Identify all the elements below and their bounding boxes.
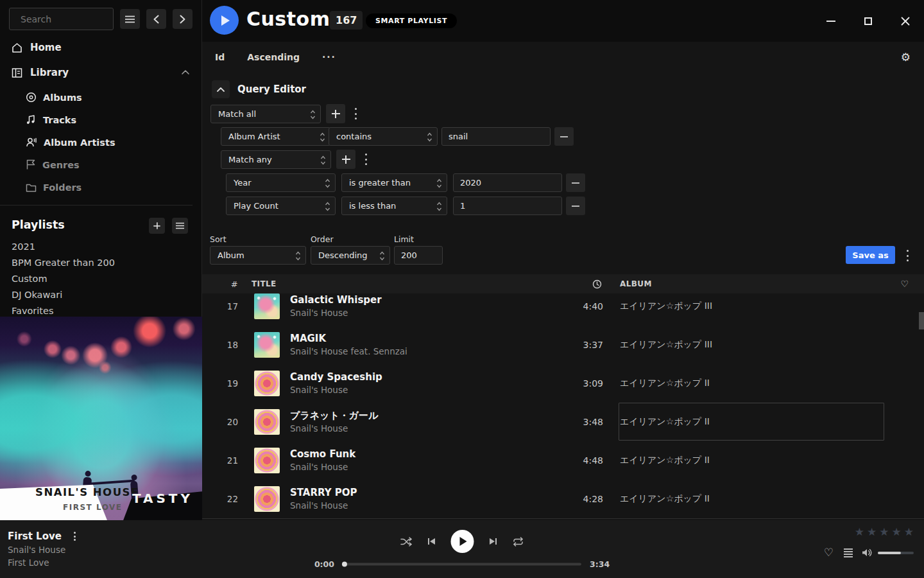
now-playing-album-art[interactable]: SNAIL'S HOUSE FIRST LOVE TASTY [0,317,202,520]
rule-2-value-input[interactable] [453,173,562,192]
rule-3-field-select[interactable]: Play Count [226,197,336,215]
star-icon[interactable]: ★ [867,527,877,538]
save-menu-button[interactable] [903,250,912,261]
seek-bar[interactable] [343,563,581,565]
updown-icon [320,132,325,142]
query-editor-collapse-button[interactable] [212,80,230,98]
now-playing-album: First Love [8,557,49,568]
sidebar-item-albums[interactable]: Albums [26,92,82,103]
select-value: Descending [318,250,368,260]
sidebar-item-album-artists[interactable]: Album Artists [26,137,116,148]
star-icon[interactable]: ★ [879,527,889,538]
match-group-1-select[interactable]: Match all [210,105,321,123]
save-as-button[interactable]: Save as [846,246,895,264]
playlist-view-button[interactable] [172,218,188,234]
select-value: Album [218,250,244,260]
track-artist: Snail's House feat. Sennzai [290,345,552,358]
track-row[interactable]: 19 Candy Spaceship Snail's House 3:09 エイ… [202,364,924,403]
updown-icon [436,179,442,188]
forward-button[interactable] [173,9,193,29]
album-art-graphic [254,332,280,358]
track-album[interactable]: エイリアン☆ポップ II [603,455,892,466]
library-collapse-button[interactable] [182,70,189,74]
match-group-2-select[interactable]: Match any [221,150,331,169]
now-playing-menu-button[interactable] [71,532,80,541]
playlist-title: Custom [246,8,330,30]
track-album[interactable]: エイリアン☆ポップ II [603,493,892,505]
rule-3-operator-select[interactable]: is less than [341,197,447,215]
album-art-graphic [254,293,280,319]
updown-icon [427,132,432,142]
star-icon[interactable]: ★ [855,527,864,538]
track-row[interactable]: 21 Cosmo Funk Snail's House 4:48 エイリアン☆ポ… [202,441,924,480]
menu-button[interactable] [120,9,140,29]
sidebar-item-library[interactable]: Library [12,67,69,78]
volume-slider[interactable] [878,552,914,554]
playlist-item[interactable]: Custom [12,270,191,286]
track-row[interactable]: 18 MAGIK Snail's House feat. Sennzai 3:3… [202,326,924,364]
search-input[interactable] [21,14,132,24]
player-bar: First Love Snail's House First Love 0:00… [0,520,924,578]
shuffle-button[interactable] [400,537,413,547]
remove-rule-1-button[interactable] [554,127,574,146]
minimize-button[interactable] [822,12,840,30]
favorite-button[interactable]: ♡ [824,547,834,558]
rule-1-value-input[interactable] [441,127,551,146]
rule-1-field-select[interactable]: Album Artist [221,127,330,146]
track-row[interactable]: 20 プラネット・ガール Snail's House 3:48 エイリアン☆ポッ… [202,403,924,441]
playlist-item[interactable]: BPM Greater than 200 [12,254,191,270]
star-icon[interactable]: ★ [892,527,902,538]
plus-icon [342,155,350,164]
back-button[interactable] [146,9,166,29]
sort-select[interactable]: Album [210,246,306,265]
rule-1-operator-select[interactable]: contains [329,127,438,146]
sort-field-button[interactable]: Id [215,52,225,62]
add-rule-group-1-button[interactable] [326,104,345,123]
close-button[interactable] [896,12,914,30]
select-value: Year [234,178,252,188]
track-row[interactable]: 17 Galactic Whisper Snail's House 4:40 エ… [202,287,924,326]
sidebar-item-genres[interactable]: Genres [26,159,80,170]
sidebar-item-tracks[interactable]: Tracks [26,114,76,125]
previous-track-button[interactable] [427,537,436,546]
seek-handle[interactable] [342,561,347,566]
next-track-button[interactable] [489,537,498,546]
more-options-button[interactable]: ··· [322,52,336,62]
maximize-icon [864,17,872,25]
rule-2-field-select[interactable]: Year [226,173,336,192]
track-album[interactable]: エイリアン☆ポップ II [603,378,892,389]
add-playlist-button[interactable] [149,218,165,234]
playlist-item[interactable]: 2021 [12,238,191,254]
play-pause-button[interactable] [451,530,474,553]
group-2-menu-button[interactable] [361,153,370,165]
sidebar-item-folders[interactable]: Folders [26,182,81,193]
order-select[interactable]: Descending [311,246,390,265]
track-number: 20 [202,417,238,427]
maximize-button[interactable] [859,12,877,30]
settings-gear-icon[interactable]: ⚙ [901,51,911,64]
remove-rule-3-button[interactable] [566,197,585,215]
playlist-item[interactable]: DJ Okawari [12,286,191,302]
repeat-button[interactable] [513,537,524,547]
play-playlist-button[interactable] [210,6,239,35]
remove-rule-2-button[interactable] [566,173,585,192]
add-rule-group-2-button[interactable] [336,150,355,169]
volume-button[interactable] [861,548,873,557]
chevron-left-icon [153,15,159,24]
search-box[interactable] [9,8,114,30]
group-1-menu-button[interactable] [351,108,360,119]
sort-direction-button[interactable]: Ascending [247,52,300,62]
track-album[interactable]: エイリアン☆ポップ III [603,339,892,351]
limit-input[interactable] [394,246,443,265]
track-album[interactable]: エイリアン☆ポップ III [603,301,892,312]
album-art-graphic [254,371,280,396]
sidebar-item-home[interactable]: Home [12,42,62,53]
rule-2-operator-select[interactable]: is greater than [341,173,447,192]
updown-icon [310,110,316,119]
track-row[interactable]: 22 STARRY POP Snail's House 4:28 エイリアン☆ポ… [202,480,924,518]
rule-3-value-input[interactable] [453,197,562,215]
scrollbar-thumb[interactable] [919,312,924,329]
queue-button[interactable] [844,548,853,557]
star-icon[interactable]: ★ [904,527,914,538]
track-album-art [254,293,280,319]
